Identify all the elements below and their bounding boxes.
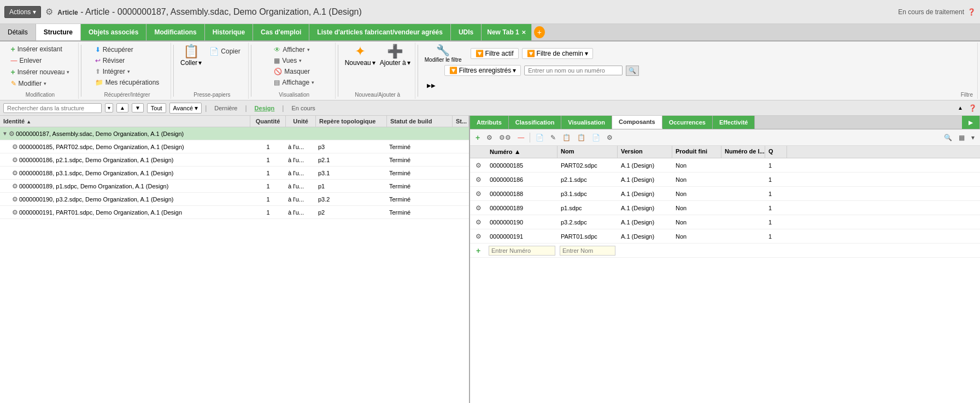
rt-dropdown-button[interactable]: ▾ [969, 133, 977, 142]
col-header-repere[interactable]: Repère topologique [316, 116, 387, 127]
list-item[interactable]: ⚙ 0000000185 PART02.sdpc A.1 (Design) No… [470, 158, 980, 173]
ajouter-button[interactable]: ➕ Ajouter à ▾ [380, 44, 410, 67]
copier-button[interactable]: 📄 Copier [206, 46, 243, 57]
rt-add-button[interactable]: + [473, 133, 482, 142]
tab-objets-associes[interactable]: Objets associés [81, 24, 146, 40]
rt-edit-button[interactable]: ✎ [548, 133, 558, 142]
rt-grid-button[interactable]: ▦ [956, 133, 967, 142]
col-header-statut[interactable]: Statut de build [387, 116, 453, 127]
right-tab-effectivite[interactable]: Effectivité [713, 116, 755, 129]
col-header-numero-de-l[interactable]: Numéro de l... [721, 146, 765, 158]
coller-button[interactable]: 📋 Coller ▾ [180, 44, 202, 67]
table-row[interactable]: ⚙ 0000000191, PART01.sdpc, Demo Organiza… [0, 206, 469, 219]
add-tab-button[interactable]: + [534, 26, 545, 38]
filtre-chemin-button[interactable]: 🔽 Filtre de chemin ▾ [522, 48, 593, 59]
right-tab-extra[interactable]: ▶ [962, 116, 980, 129]
table-row[interactable]: ⚙ 0000000188, p3.1.sdpc, Demo Organizati… [0, 167, 469, 180]
search-input[interactable] [3, 103, 102, 113]
col-header-numero[interactable]: Numéro ▲ [486, 146, 558, 158]
actions-button[interactable]: Actions ▾ [4, 6, 41, 18]
rt-gear-button[interactable]: ⚙ [484, 133, 495, 142]
col-header-produit-fini[interactable]: Produit fini [672, 146, 721, 158]
help-icon[interactable]: ❓ [967, 8, 976, 16]
right-tab-attributs[interactable]: Attributs [470, 116, 509, 129]
masquer-button[interactable]: 🚫 Masquer [271, 67, 318, 76]
rt-remove-button[interactable]: — [515, 133, 526, 142]
rt-multi-gear-button[interactable]: ⚙⚙ [497, 133, 513, 142]
col-header-unite[interactable]: Unité [286, 116, 316, 127]
inserer-existant-button[interactable]: + Insérer existant [8, 44, 73, 55]
recuperer-button[interactable]: ⬇ Récupérer [92, 45, 163, 55]
new-plus-icon: + [11, 68, 15, 76]
rt-settings-button[interactable]: ⚙ [605, 133, 615, 142]
affichage-button[interactable]: ▤ Affichage ▾ [271, 78, 318, 87]
inserer-nouveau-button[interactable]: + Insérer nouveau ▾ [8, 67, 73, 78]
integrer-button[interactable]: ⬆ Intégrer ▾ [92, 67, 163, 76]
inserer-nouveau-dropdown-icon: ▾ [67, 69, 69, 75]
right-tab-occurrences[interactable]: Occurrences [662, 116, 713, 129]
right-tab-visualisation[interactable]: Visualisation [561, 116, 612, 129]
search-help-icon[interactable]: ❓ [969, 104, 977, 112]
rt-paste2-button[interactable]: 📋 [575, 133, 588, 142]
col-header-identite[interactable]: Identité ▲ [0, 116, 250, 127]
rt-paste3-button[interactable]: 📄 [590, 133, 602, 142]
nouveau-button[interactable]: ✦ Nouveau ▾ [345, 44, 375, 67]
tab-new-tab-1[interactable]: New Tab 1 ✕ [482, 24, 531, 40]
search-down-icon[interactable]: ▼ [132, 103, 144, 112]
filter-en-cours[interactable]: En cours [287, 104, 319, 112]
filter-search-button[interactable]: 🔍 [626, 66, 639, 76]
modifier-button[interactable]: ✎ Modifier ▾ [8, 79, 73, 88]
filter-search-input[interactable] [524, 66, 623, 75]
toolbar-expand-icon[interactable]: ▶▶ [427, 82, 436, 88]
search-avance-button[interactable]: Avancé ▾ [169, 103, 202, 114]
filter-derniere[interactable]: Dernière [210, 104, 242, 112]
tab-structure[interactable]: Structure [36, 24, 81, 40]
tab-cas-emploi[interactable]: Cas d'emploi [253, 24, 309, 40]
afficher-button[interactable]: 👁 Afficher ▾ [271, 45, 318, 55]
table-row[interactable]: ⚙ 0000000185, PART02.sdpc, Demo Organiza… [0, 140, 469, 153]
input-nom[interactable] [560, 246, 615, 256]
expand-search-icon[interactable]: ▲ [958, 105, 963, 111]
search-up-icon[interactable]: ▲ [116, 103, 128, 112]
tab-historique[interactable]: Historique [205, 24, 253, 40]
reviser-button[interactable]: ↩ Réviser [92, 56, 163, 66]
list-item[interactable]: ⚙ 0000000189 p1.sdpc A.1 (Design) Non 1 [470, 201, 980, 215]
list-item[interactable]: ⚙ 0000000191 PART01.sdpc A.1 (Design) No… [470, 229, 980, 244]
list-item[interactable]: ⚙ 0000000188 p3.1.sdpc A.1 (Design) Non … [470, 187, 980, 201]
close-tab-icon[interactable]: ✕ [521, 29, 526, 35]
col-header-nom[interactable]: Nom [558, 146, 618, 158]
tab-liste-articles[interactable]: Liste d'articles fabricant/vendeur agréé… [309, 24, 451, 40]
tab-details[interactable]: Détails [0, 24, 36, 40]
col-header-q[interactable]: Q [765, 146, 787, 158]
rt-row-add-icon[interactable]: + [474, 246, 483, 255]
filtre-actif-button[interactable]: 🔽 Filtre actif [471, 48, 519, 59]
filter-design[interactable]: Design [250, 104, 279, 112]
rt-clipboard-button[interactable]: 📋 [560, 133, 573, 142]
rt-search-button[interactable]: 🔍 [942, 133, 954, 142]
filtres-enregistres-button[interactable]: 🔽 Filtres enregistrés ▾ [444, 65, 521, 76]
right-tab-classification[interactable]: Classification [509, 116, 562, 129]
top-bar-right: En cours de traitement ❓ [898, 8, 976, 16]
col-header-version[interactable]: Version [618, 146, 672, 158]
enlever-button[interactable]: — Enlever [8, 56, 73, 66]
list-item[interactable]: ⚙ 0000000186 p2.1.sdpc A.1 (Design) Non … [470, 173, 980, 187]
table-row[interactable]: ⚙ 0000000186, p2.1.sdpc, Demo Organizati… [0, 153, 469, 167]
table-row[interactable]: ⚙ 0000000190, p3.2.sdpc, Demo Organizati… [0, 193, 469, 206]
col-header-st[interactable]: St... [453, 116, 469, 127]
table-row[interactable]: ⚙ 0000000189, p1.sdpc, Demo Organization… [0, 180, 469, 193]
vues-button[interactable]: ▦ Vues ▾ [271, 56, 318, 66]
input-numero[interactable] [489, 246, 555, 256]
col-header-quantite[interactable]: Quantité [250, 116, 286, 127]
search-dropdown-icon[interactable]: ▾ [105, 103, 113, 112]
root-collapse-icon[interactable]: ▼ [2, 131, 8, 137]
modifier-filtre-button[interactable]: 🔧 Modifier le filtre [425, 44, 462, 63]
mes-recuperations-button[interactable]: 📁 Mes récupérations [92, 78, 163, 87]
right-tab-composants[interactable]: Composants [612, 116, 662, 129]
tab-modifications[interactable]: Modifications [146, 24, 204, 40]
rt-copy-button[interactable]: 📄 [533, 133, 546, 142]
tree-row-root[interactable]: ▼ ⚙ 0000000187, Assembly.sdac, Demo Orga… [0, 127, 469, 140]
search-tout-button[interactable]: Tout [147, 103, 166, 113]
list-item[interactable]: ⚙ 0000000190 p3.2.sdpc A.1 (Design) Non … [470, 215, 980, 229]
row-gear-icon: ⚙ [12, 182, 18, 190]
tab-udis[interactable]: UDIs [451, 24, 482, 40]
